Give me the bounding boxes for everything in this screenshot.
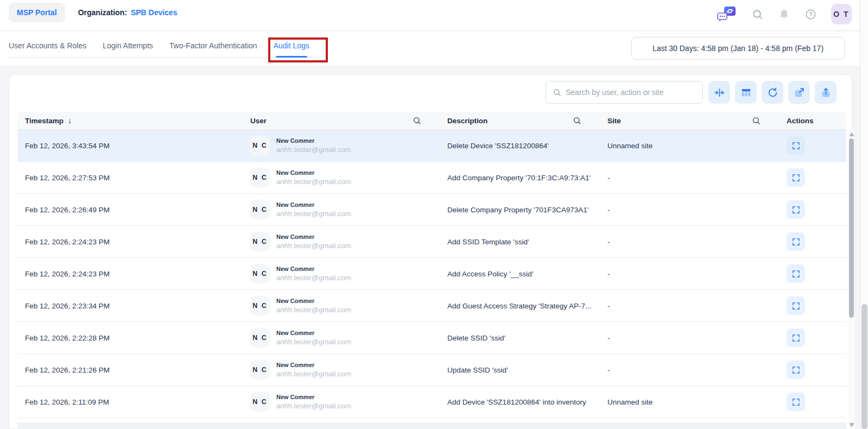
- header-site-label: Site: [607, 117, 621, 125]
- cell-description: Delete SSID 'ssid': [440, 334, 600, 342]
- table-row[interactable]: Feb 12, 2026, 3:43:54 PM N C New Commer …: [17, 130, 846, 162]
- cell-site: -: [600, 206, 779, 214]
- cell-site: Unnamed site: [600, 398, 779, 406]
- user-name: New Commer: [276, 137, 351, 145]
- user-email: anhh.tester@gmail.com: [276, 337, 351, 346]
- user-email: anhh.tester@gmail.com: [276, 145, 351, 154]
- help-icon[interactable]: ?: [804, 8, 816, 20]
- user-row-avatar: N C: [250, 232, 270, 251]
- export-button[interactable]: [815, 81, 837, 104]
- date-range-picker[interactable]: Last 30 Days: 4:58 pm (Jan 18) - 4:58 pm…: [631, 37, 845, 60]
- collapse-columns-button[interactable]: [708, 81, 730, 104]
- browser-scroll-thumb[interactable]: [861, 304, 867, 429]
- expand-row-button[interactable]: [787, 168, 805, 187]
- expand-row-icon: [791, 398, 801, 407]
- expand-row-button[interactable]: [787, 136, 805, 155]
- expand-icon: [794, 87, 805, 98]
- search-input-icon: [553, 88, 561, 97]
- description-column-search-icon[interactable]: [573, 116, 581, 125]
- header-site[interactable]: Site: [600, 116, 779, 125]
- table-header: Timestamp ↓ User Description Site Action…: [17, 112, 846, 130]
- header-user-label: User: [250, 117, 267, 125]
- expand-row-button[interactable]: [787, 296, 805, 315]
- table-row[interactable]: Feb 12, 2026, 2:23:34 PM N C New Commer …: [17, 290, 846, 322]
- cell-timestamp: Feb 12, 2026, 2:21:26 PM: [17, 366, 243, 374]
- vertical-scroll-thumb[interactable]: [849, 138, 854, 318]
- table-row[interactable]: Feb 12, 2026, 2:26:49 PM N C New Commer …: [17, 194, 846, 226]
- sort-desc-icon[interactable]: ↓: [68, 116, 72, 125]
- user-row-avatar: N C: [250, 136, 270, 155]
- cell-user: N C New Commer anhh.tester@gmail.com: [243, 264, 440, 283]
- table-row[interactable]: Feb 12, 2026, 2:27:53 PM N C New Commer …: [17, 162, 846, 194]
- cell-user: N C New Commer anhh.tester@gmail.com: [243, 232, 440, 251]
- site-column-search-icon[interactable]: [752, 116, 761, 125]
- refresh-button[interactable]: [762, 81, 783, 104]
- user-avatar[interactable]: O T: [831, 4, 852, 24]
- cell-timestamp: Feb 12, 2026, 3:43:54 PM: [17, 142, 243, 150]
- cell-description: Add Company Property '70:1F:3C:A9:73:A1': [440, 174, 600, 182]
- expand-row-button[interactable]: [787, 264, 805, 283]
- tab-two-factor-authentication[interactable]: Two-Factor Authentication: [168, 41, 258, 57]
- user-row-avatar: N C: [250, 296, 270, 316]
- bell-icon[interactable]: [778, 8, 790, 20]
- table-row[interactable]: Feb 12, 2026, 2:24:23 PM N C New Commer …: [17, 226, 846, 258]
- search-input[interactable]: [566, 88, 697, 97]
- user-name: New Commer: [276, 361, 351, 369]
- header-user[interactable]: User: [243, 116, 440, 125]
- tab-audit-logs[interactable]: Audit Logs: [273, 41, 311, 57]
- cell-timestamp: Feb 12, 2026, 2:23:34 PM: [17, 302, 243, 310]
- ai-assistant-icon[interactable]: [716, 5, 737, 23]
- expand-row-button[interactable]: [787, 329, 805, 347]
- cell-description: Add Access Policy '__ssid': [440, 270, 600, 278]
- user-row-avatar: N C: [250, 200, 270, 219]
- cell-user: N C New Commer anhh.tester@gmail.com: [243, 360, 440, 380]
- audit-logs-table: Timestamp ↓ User Description Site Action…: [17, 112, 846, 418]
- expand-row-button[interactable]: [787, 200, 805, 219]
- cell-timestamp: Feb 12, 2026, 2:11:09 PM: [17, 398, 243, 406]
- user-email: anhh.tester@gmail.com: [276, 177, 351, 186]
- user-email: anhh.tester@gmail.com: [276, 209, 351, 218]
- header-description[interactable]: Description: [440, 116, 600, 125]
- audit-logs-panel: Timestamp ↓ User Description Site Action…: [9, 74, 852, 429]
- columns-button[interactable]: [735, 81, 757, 104]
- cell-site: -: [600, 366, 779, 374]
- table-row[interactable]: Feb 12, 2026, 2:22:28 PM N C New Commer …: [17, 322, 846, 354]
- tab-user-accounts-roles[interactable]: User Accounts & Roles: [8, 41, 87, 57]
- tab-login-attempts[interactable]: Login Attempts: [102, 41, 154, 57]
- expand-row-button[interactable]: [787, 361, 805, 379]
- table-horizontal-scrollbar[interactable]: [17, 422, 846, 429]
- user-name: New Commer: [276, 393, 351, 401]
- msp-portal-button[interactable]: MSP Portal: [9, 3, 65, 22]
- expand-row-button[interactable]: [787, 232, 805, 251]
- expand-row-icon: [791, 269, 801, 279]
- expand-row-button[interactable]: [787, 393, 805, 411]
- cell-user: N C New Commer anhh.tester@gmail.com: [243, 328, 440, 348]
- header-timestamp[interactable]: Timestamp ↓: [17, 116, 243, 125]
- cell-site: Unnamed site: [600, 142, 779, 150]
- header-actions: Actions: [779, 117, 846, 125]
- expand-row-icon: [791, 205, 801, 214]
- scroll-down-arrow[interactable]: [849, 423, 854, 427]
- table-toolbar: [708, 81, 837, 104]
- table-body: Feb 12, 2026, 3:43:54 PM N C New Commer …: [17, 130, 846, 418]
- cell-description: Update SSID 'ssid': [440, 366, 600, 374]
- cell-description: Add SSID Template 'ssid': [440, 238, 600, 246]
- cell-user: N C New Commer anhh.tester@gmail.com: [243, 296, 440, 316]
- cell-site: -: [600, 334, 779, 342]
- cell-timestamp: Feb 12, 2026, 2:24:23 PM: [17, 238, 243, 246]
- table-row[interactable]: Feb 12, 2026, 2:11:09 PM N C New Commer …: [17, 386, 846, 418]
- expand-button[interactable]: [788, 81, 810, 104]
- table-vertical-scrollbar[interactable]: [848, 130, 854, 429]
- browser-scrollbar[interactable]: [860, 0, 868, 429]
- user-column-search-icon[interactable]: [413, 116, 421, 125]
- table-row[interactable]: Feb 12, 2026, 2:21:26 PM N C New Commer …: [17, 354, 846, 386]
- scroll-up-arrow[interactable]: [849, 132, 854, 136]
- expand-row-icon: [791, 333, 801, 343]
- user-name: New Commer: [276, 297, 351, 305]
- organization-name-link[interactable]: SPB Devices: [131, 8, 178, 17]
- search-icon[interactable]: [751, 8, 763, 20]
- user-row-avatar: N C: [250, 360, 270, 380]
- cell-description: Add Guest Access Strategy 'Strategy AP-7…: [440, 302, 600, 310]
- table-row[interactable]: Feb 12, 2026, 2:24:23 PM N C New Commer …: [17, 258, 846, 290]
- user-name: New Commer: [276, 233, 351, 241]
